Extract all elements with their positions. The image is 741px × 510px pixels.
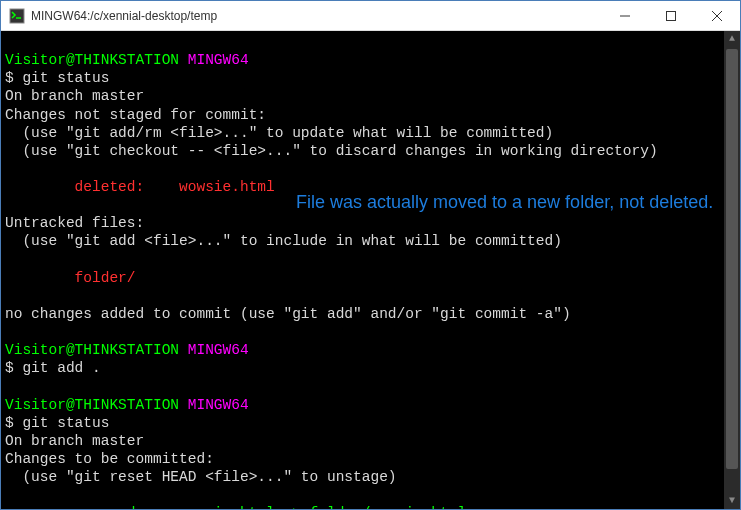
output-line: On branch master	[5, 88, 144, 104]
minimize-button[interactable]	[602, 1, 648, 30]
prompt-user: Visitor@THINKSTATION	[5, 397, 179, 413]
prompt-env: MINGW64	[179, 52, 249, 68]
svg-rect-3	[667, 11, 676, 20]
prompt-env: MINGW64	[179, 342, 249, 358]
output-line: Untracked files:	[5, 215, 144, 231]
deleted-file-line: deleted: wowsie.html	[5, 179, 275, 195]
output-line: On branch master	[5, 433, 144, 449]
terminal-body[interactable]: Visitor@THINKSTATION MINGW64 $ git statu…	[1, 31, 740, 509]
window-title: MINGW64:/c/xennial-desktop/temp	[31, 9, 602, 23]
scroll-down-icon[interactable]: ▼	[724, 493, 740, 509]
scrollbar[interactable]: ▲ ▼	[724, 31, 740, 509]
titlebar[interactable]: MINGW64:/c/xennial-desktop/temp	[1, 1, 740, 31]
window-controls	[602, 1, 740, 30]
scroll-thumb[interactable]	[726, 49, 738, 469]
scroll-up-icon[interactable]: ▲	[724, 31, 740, 47]
app-icon	[9, 8, 25, 24]
command-line: $ git add .	[5, 360, 101, 376]
prompt-user: Visitor@THINKSTATION	[5, 52, 179, 68]
output-line: (use "git add/rm <file>..." to update wh…	[5, 125, 553, 141]
renamed-file-line: renamed: wowsie.html -> folder/wowsie.ht…	[5, 505, 466, 509]
svg-rect-0	[10, 9, 24, 23]
output-line: (use "git checkout -- <file>..." to disc…	[5, 143, 658, 159]
close-button[interactable]	[694, 1, 740, 30]
command-line: $ git status	[5, 70, 109, 86]
output-line: (use "git reset HEAD <file>..." to unsta…	[5, 469, 397, 485]
prompt-env: MINGW64	[179, 397, 249, 413]
command-line: $ git status	[5, 415, 109, 431]
untracked-file-line: folder/	[5, 270, 136, 286]
prompt-user: Visitor@THINKSTATION	[5, 342, 179, 358]
output-line: (use "git add <file>..." to include in w…	[5, 233, 562, 249]
terminal-window: MINGW64:/c/xennial-desktop/temp Visitor@…	[0, 0, 741, 510]
output-line: no changes added to commit (use "git add…	[5, 306, 571, 322]
output-line: Changes not staged for commit:	[5, 107, 266, 123]
maximize-button[interactable]	[648, 1, 694, 30]
output-line: Changes to be committed:	[5, 451, 214, 467]
annotation-text: File was actually moved to a new folder,…	[296, 191, 716, 214]
